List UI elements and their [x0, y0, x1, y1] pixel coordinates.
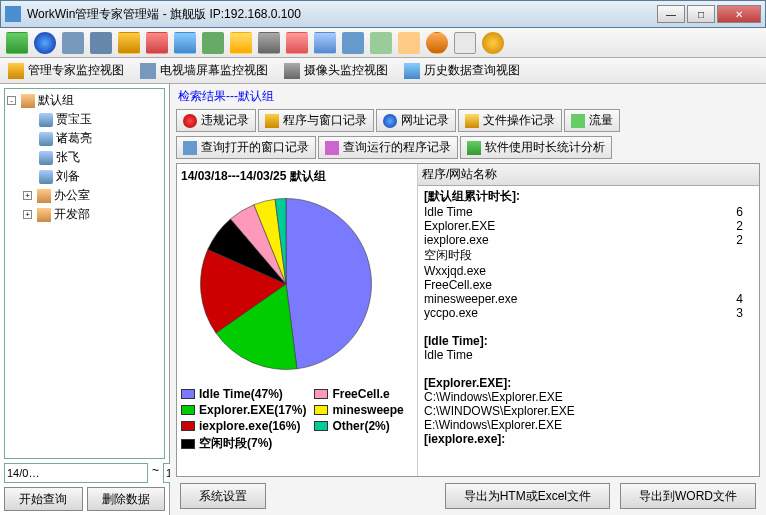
- legend-swatch: [314, 389, 328, 399]
- legend-text: Other(2%): [332, 419, 389, 433]
- tree-client-0[interactable]: 贾宝玉: [7, 110, 162, 129]
- legend-freecell: FreeCell.e: [314, 387, 413, 401]
- toolbar-icon-14[interactable]: [370, 32, 392, 54]
- window-controls: — □ ✕: [657, 5, 761, 23]
- toolbar-icon-18[interactable]: [482, 32, 504, 54]
- pc-icon: [39, 170, 53, 184]
- toolbar-icon-2[interactable]: [34, 32, 56, 54]
- view-history-label: 历史数据查询视图: [424, 62, 520, 79]
- legend-other: Other(2%): [314, 419, 413, 433]
- group-icon: [37, 208, 51, 222]
- tab-url[interactable]: 网址记录: [376, 109, 456, 132]
- date-from[interactable]: [4, 463, 148, 483]
- toolbar-icon-16[interactable]: [426, 32, 448, 54]
- toolbar-icon-8[interactable]: [202, 32, 224, 54]
- legend-text: minesweepe: [332, 403, 403, 417]
- toolbar-icon-17[interactable]: [454, 32, 476, 54]
- toolbar-icon-12[interactable]: [314, 32, 336, 54]
- toolbar-icon-1[interactable]: [6, 32, 28, 54]
- toolbar-icon-4[interactable]: [90, 32, 112, 54]
- legend-swatch: [181, 405, 195, 415]
- sidebar: -默认组 贾宝玉 诸葛亮 张飞 刘备 +办公室 +开发部 ~ 开始查询 删除数据: [0, 84, 170, 515]
- legend-text: 空闲时段(7%): [199, 435, 272, 452]
- expand-icon[interactable]: +: [23, 210, 32, 219]
- legend-text: FreeCell.e: [332, 387, 389, 401]
- legend-swatch: [314, 405, 328, 415]
- tree-group-office[interactable]: +办公室: [7, 186, 162, 205]
- view-history[interactable]: 历史数据查询视图: [404, 62, 520, 79]
- tab-program[interactable]: 程序与窗口记录: [258, 109, 374, 132]
- collapse-icon[interactable]: -: [7, 96, 16, 105]
- toolbar-icon-3[interactable]: [62, 32, 84, 54]
- group-icon: [37, 189, 51, 203]
- toolbar-icon-13[interactable]: [342, 32, 364, 54]
- tab-label: 软件使用时长统计分析: [485, 139, 605, 156]
- close-button[interactable]: ✕: [717, 5, 761, 23]
- stats-panel: 14/03/18---14/03/25 默认组 Idle Time(47%) F…: [176, 163, 760, 477]
- tab-file[interactable]: 文件操作记录: [458, 109, 562, 132]
- query-button-row: 开始查询 删除数据: [4, 487, 165, 511]
- chart-title: 14/03/18---14/03/25 默认组: [181, 168, 413, 185]
- tree-label: 办公室: [54, 187, 90, 204]
- tab-label: 网址记录: [401, 112, 449, 129]
- toolbar-icon-15[interactable]: [398, 32, 420, 54]
- tab-usage-stats[interactable]: 软件使用时长统计分析: [460, 136, 612, 159]
- legend-swatch: [181, 421, 195, 431]
- expand-icon[interactable]: +: [23, 191, 32, 200]
- start-query-button[interactable]: 开始查询: [4, 487, 83, 511]
- toolbar-icon-7[interactable]: [174, 32, 196, 54]
- legend-freetime: 空闲时段(7%): [181, 435, 306, 452]
- list-body[interactable]: [默认组累计时长]: Idle Time6 Explorer.EXE2 iexp…: [418, 186, 759, 476]
- view-selector-bar: 管理专家监控视图 电视墙屏幕监控视图 摄像头监控视图 历史数据查询视图: [0, 58, 766, 84]
- maximize-button[interactable]: □: [687, 5, 715, 23]
- pc-icon: [39, 132, 53, 146]
- export-excel-button[interactable]: 导出为HTM或Excel文件: [445, 483, 610, 509]
- list-group-idle: [Idle Time]:: [424, 334, 753, 348]
- toolbar-icon-10[interactable]: [258, 32, 280, 54]
- toolbar-icon-9[interactable]: [230, 32, 252, 54]
- tree-label: 张飞: [56, 149, 80, 166]
- tree-label: 刘备: [56, 168, 80, 185]
- chart-column: 14/03/18---14/03/25 默认组 Idle Time(47%) F…: [177, 164, 417, 476]
- client-tree[interactable]: -默认组 贾宝玉 诸葛亮 张飞 刘备 +办公室 +开发部: [4, 88, 165, 459]
- toolbar-icon-6[interactable]: [146, 32, 168, 54]
- window-title: WorkWin管理专家管理端 - 旗舰版 IP:192.168.0.100: [27, 6, 657, 23]
- list-group-ie: [iexplore.exe]:: [424, 432, 753, 446]
- view-expert-icon: [8, 63, 24, 79]
- list-row: Idle Time: [424, 348, 753, 362]
- tree-client-1[interactable]: 诸葛亮: [7, 129, 162, 148]
- tree-label: 贾宝玉: [56, 111, 92, 128]
- usage-list: 程序/网站名称 [默认组累计时长]: Idle Time6 Explorer.E…: [417, 164, 759, 476]
- tab-running-programs[interactable]: 查询运行的程序记录: [318, 136, 458, 159]
- tab-label: 流量: [589, 112, 613, 129]
- list-header[interactable]: 程序/网站名称: [418, 164, 759, 186]
- tab-violation[interactable]: 违规记录: [176, 109, 256, 132]
- record-tab-row2: 查询打开的窗口记录 查询运行的程序记录 软件使用时长统计分析: [172, 134, 764, 161]
- tree-group-default[interactable]: -默认组: [7, 91, 162, 110]
- tab-open-windows[interactable]: 查询打开的窗口记录: [176, 136, 316, 159]
- export-word-button[interactable]: 导出到WORD文件: [620, 483, 756, 509]
- list-row: FreeCell.exe: [424, 278, 753, 292]
- tab-label: 文件操作记录: [483, 112, 555, 129]
- toolbar-icon-5[interactable]: [118, 32, 140, 54]
- view-expert[interactable]: 管理专家监控视图: [8, 62, 124, 79]
- tree-group-dev[interactable]: +开发部: [7, 205, 162, 224]
- stats-icon: [467, 141, 481, 155]
- main-toolbar: [0, 28, 766, 58]
- tab-flow[interactable]: 流量: [564, 109, 620, 132]
- tree-label: 默认组: [38, 92, 74, 109]
- view-camera[interactable]: 摄像头监控视图: [284, 62, 388, 79]
- list-row: C:\Windows\Explorer.EXE: [424, 390, 753, 404]
- delete-data-button[interactable]: 删除数据: [87, 487, 166, 511]
- list-group-explorer: [Explorer.EXE]:: [424, 376, 753, 390]
- tree-client-3[interactable]: 刘备: [7, 167, 162, 186]
- tab-label: 查询打开的窗口记录: [201, 139, 309, 156]
- toolbar-icon-11[interactable]: [286, 32, 308, 54]
- view-tvwall[interactable]: 电视墙屏幕监控视图: [140, 62, 268, 79]
- tree-client-2[interactable]: 张飞: [7, 148, 162, 167]
- view-history-icon: [404, 63, 420, 79]
- list-blank: [424, 362, 753, 376]
- minimize-button[interactable]: —: [657, 5, 685, 23]
- legend-text: Explorer.EXE(17%): [199, 403, 306, 417]
- system-settings-button[interactable]: 系统设置: [180, 483, 266, 509]
